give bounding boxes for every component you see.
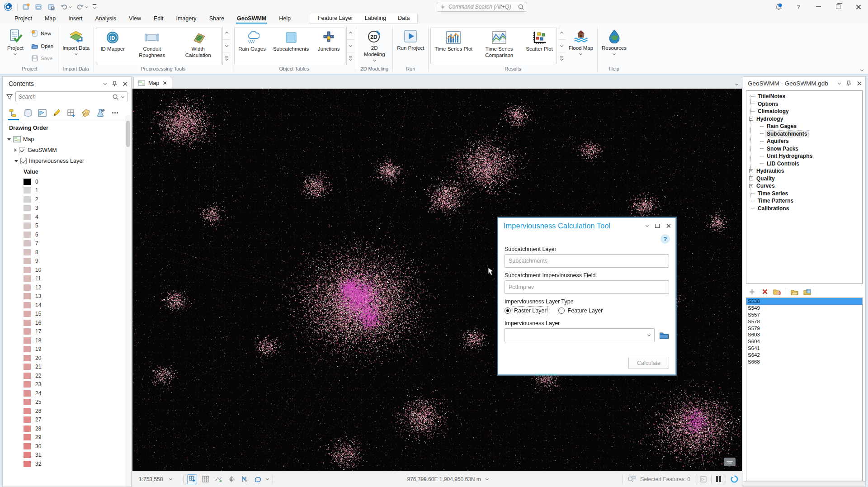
save-button[interactable]: Save [29,54,55,62]
delete-all-icon[interactable] [773,288,782,296]
subcatchments-button[interactable]: Subcatchments [269,28,312,64]
list-item[interactable]: S579 [746,325,862,331]
help-icon[interactable]: ? [788,0,808,14]
list-by-snapping-icon[interactable] [65,106,78,120]
sketch-tool-icon[interactable] [213,474,223,484]
rotate-tool-icon[interactable] [253,474,263,484]
dialog-help-icon[interactable]: ? [660,234,670,244]
imperviousness-field-input[interactable] [505,280,669,294]
search-icon[interactable] [113,94,118,100]
coordinates-display[interactable]: 976,799.60E 1,904,950.63N m [277,476,619,482]
command-search-box[interactable]: Command Search (Alt+Q) [437,2,527,12]
contextual-tab[interactable]: Data [392,13,415,24]
ribbon-tab[interactable]: GeoSWMM [231,14,273,24]
resources-button[interactable]: Resources [599,27,629,65]
redo-dropdown-chevron-icon[interactable] [85,5,88,9]
list-item[interactable]: S641 [746,345,862,352]
gallery-expand-icon[interactable] [558,52,566,65]
gallery-expand-icon[interactable] [223,52,230,65]
gallery-scroll-down-icon[interactable] [223,40,230,53]
grid-add-tool-icon[interactable] [187,474,197,484]
collapse-triangle-icon[interactable] [14,160,18,162]
gallery-scroll-up-icon[interactable] [347,27,354,40]
more-options-icon[interactable] [108,106,121,120]
project-button[interactable]: Project [3,27,28,65]
collapse-ribbon-chevron-icon[interactable] [860,69,863,72]
ribbon-tab[interactable]: Imagery [170,14,203,24]
ribbon-tab[interactable]: Share [203,14,231,24]
close-tab-icon[interactable] [163,81,167,85]
feature-layer-radio[interactable]: Feature Layer [558,307,603,314]
select-map-icon[interactable] [700,476,707,482]
tree-node[interactable]: LID Controls [748,160,861,168]
list-item[interactable]: S549 [746,305,862,312]
filter-icon[interactable] [6,94,13,99]
restore-button[interactable] [828,0,848,14]
ribbon-tab[interactable]: View [123,14,147,24]
refresh-icon[interactable] [731,475,738,483]
tree-node[interactable]: Unit Hydrographs [748,152,861,160]
delete-item-icon[interactable] [760,288,769,296]
pane-options-chevron-icon[interactable] [838,82,841,85]
list-by-drawing-order-icon[interactable] [7,106,20,120]
dialog-maximize-icon[interactable] [655,224,660,228]
list-item[interactable]: S538 [746,298,862,305]
list-item[interactable]: S668 [746,358,862,365]
close-button[interactable] [848,0,868,14]
map-scale-dropdown[interactable]: 1:753,558 [136,475,179,484]
onscreen-keyboard-icon[interactable] [724,458,736,466]
contents-scrollbar[interactable] [125,115,131,487]
dialog-title-bar[interactable]: Imperviousness Calculation Tool [498,218,675,233]
minimize-button[interactable] [808,0,828,14]
tools-chevron-icon[interactable] [266,478,269,481]
gallery-scroll-up-icon[interactable] [558,27,566,40]
tree-expander-icon[interactable]: − [749,117,753,121]
ribbon-tab[interactable]: Edit [147,14,170,24]
raster-layer-radio[interactable]: Raster Layer [505,307,547,314]
junctions-button[interactable]: Junctions [312,28,345,64]
map-view-tab[interactable]: Map [133,77,172,89]
dialog-collapse-chevron-icon[interactable] [646,224,649,227]
run-project-button[interactable]: Run Project [395,27,426,65]
geoswmm-layer-row[interactable]: GeoSWMM [5,145,131,156]
ribbon-tab[interactable]: Help [273,14,297,24]
scale-chevron-icon[interactable] [169,478,172,481]
open-edit-icon[interactable] [790,288,799,296]
list-item[interactable]: S557 [746,312,862,318]
tree-node[interactable]: Climatology [748,108,861,115]
tree-node[interactable]: + Hydraulics [748,167,861,175]
search-options-chevron-icon[interactable] [121,95,124,99]
app-logo-icon[interactable] [4,2,13,11]
gallery-expand-icon[interactable] [347,52,354,65]
width-calculation-button[interactable]: Width Calculation [175,28,221,64]
tree-node[interactable]: + Quality [748,175,861,183]
imperviousness-layer-row[interactable]: Imperviousness Layer [5,156,131,166]
map-layer-row[interactable]: Map [5,134,131,145]
flood-map-button[interactable]: Flood Map [566,27,595,65]
redo-button[interactable] [76,4,88,10]
gallery-scroll-down-icon[interactable] [558,40,566,53]
list-by-data-source-icon[interactable] [22,106,34,120]
map-view[interactable]: Imperviousness Calculation Tool ? Subcat… [132,89,742,471]
pause-drawing-icon[interactable] [716,476,721,482]
selection-magnifier-icon[interactable] [627,476,636,482]
list-by-charts-icon[interactable] [94,106,107,120]
pane-options-chevron-icon[interactable] [104,82,107,85]
tree-expander-icon[interactable]: + [749,169,753,173]
rain-gages-button[interactable]: Rain Gages [235,28,269,64]
ribbon-tab[interactable]: Analysis [89,14,123,24]
coordinates-chevron-icon[interactable] [486,478,489,481]
ribbon-tab[interactable]: Project [8,14,38,24]
dialog-close-icon[interactable] [666,223,670,227]
list-item[interactable]: S578 [746,318,862,325]
tree-node[interactable]: Options [748,100,861,108]
scatter-plot-button[interactable]: Scatter Plot [522,28,556,64]
tree-node[interactable]: Rain Gages [748,123,861,130]
tree-node[interactable]: Time Patterns [748,197,861,205]
tree-node[interactable]: Time Series [748,190,861,198]
undo-button[interactable] [60,4,72,10]
tree-node[interactable]: Aquifers [748,137,861,145]
imperviousness-layer-checkbox[interactable] [20,158,27,164]
calculate-button[interactable]: Calculate [628,357,669,369]
grid-tool-icon[interactable] [200,474,210,484]
